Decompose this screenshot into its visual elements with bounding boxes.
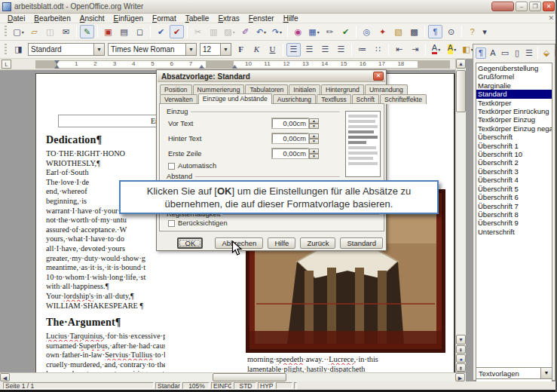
fill-format-button[interactable]: ⬙ — [541, 47, 552, 59]
status-item[interactable] — [276, 382, 292, 389]
toolbar-grip[interactable] — [5, 26, 7, 38]
item-erste-zeile[interactable]: Erste Zeile 0,00cm ▲▼ — [161, 149, 341, 158]
item-15[interactable]: 15 — [341, 60, 347, 67]
style-überschrift-4[interactable]: Überschrift 4 — [476, 176, 552, 184]
scroll-down-button[interactable]: ▼ — [456, 335, 466, 345]
menu-format[interactable]: Format — [148, 14, 181, 23]
format-paintbrush-button[interactable]: ✐ — [238, 25, 252, 38]
menu-fenster[interactable]: Fenster — [244, 14, 279, 23]
status-standard[interactable]: Standard — [155, 382, 181, 389]
tab-schrift[interactable]: Schrift — [352, 94, 379, 104]
bullet-list-button[interactable]: ∷ — [371, 43, 385, 57]
tab-hintergrund[interactable]: Hintergrund — [321, 84, 364, 94]
email-button[interactable]: ✉ — [59, 25, 73, 38]
item-18[interactable]: 18 — [397, 60, 403, 67]
scroll-left-button[interactable]: ◀ — [0, 373, 10, 381]
font-color-button[interactable]: A▾ — [429, 43, 443, 57]
help-button[interactable]: ? — [465, 25, 479, 38]
menu-extras[interactable]: Extras — [213, 14, 243, 23]
item-4[interactable]: 4 — [130, 60, 136, 67]
style-überschrift-6[interactable]: Überschrift 6 — [476, 193, 552, 201]
tab-textfluss[interactable]: Textfluss — [317, 94, 350, 104]
edit-file-button[interactable]: ✎ — [80, 25, 94, 38]
list-styles-button[interactable]: ☰ — [524, 47, 534, 59]
spin-field[interactable]: 0,00cm ▲▼ — [272, 118, 319, 128]
copy-button[interactable]: ▥ — [207, 25, 221, 38]
page-preview-button[interactable]: ◻ — [133, 25, 147, 38]
styles-panel-button[interactable]: ◨ — [11, 43, 26, 57]
page-styles-button[interactable]: ▯ — [512, 47, 522, 59]
item-13[interactable]: 13 — [302, 60, 308, 67]
scrollbar-thumb[interactable] — [456, 70, 466, 112]
style-überschrift-9[interactable]: Überschrift 9 — [476, 219, 552, 227]
status-std[interactable]: STD — [234, 382, 256, 389]
paste-button[interactable]: ▨▾ — [222, 25, 237, 38]
minimize-button[interactable]: – — [516, 2, 528, 11]
dialog-button-standard[interactable]: Standard — [340, 237, 383, 249]
styles-list[interactable]: GegenüberstellungGrußformelMarginalieSta… — [476, 63, 552, 387]
redo-button[interactable]: ↷▾ — [270, 25, 284, 38]
horizontal-scrollbar[interactable]: ◀ ▶ — [0, 372, 466, 381]
vertical-scrollbar[interactable]: ▲ ▼ ⇞ ● ⇟ — [455, 59, 466, 372]
hyperlink-button[interactable]: ◉ — [291, 25, 305, 38]
numbered-list-button[interactable]: ≔ — [355, 43, 369, 57]
scroll-right-button[interactable]: ▶ — [455, 373, 465, 381]
style-überschrift-1[interactable]: Überschrift 1 — [476, 142, 552, 150]
insert-table-button[interactable]: ▦▾ — [307, 25, 321, 38]
dialog-close-button[interactable]: ✕ — [373, 72, 384, 81]
style-filter-combo[interactable]: Textvorlagen ▼ — [476, 367, 552, 379]
previous-page-button[interactable]: ⇞ — [456, 345, 466, 354]
auto-spellcheck-button[interactable]: ✔ — [170, 25, 184, 38]
spinner-buttons[interactable]: ▲▼ — [309, 118, 319, 128]
style-überschrift-3[interactable]: Überschrift 3 — [476, 167, 552, 176]
autoformat-button[interactable]: ✔ — [338, 25, 353, 38]
next-page-button[interactable]: ⇟ — [456, 363, 466, 372]
item-vor-text[interactable]: Vor Text 0,00cm ▲▼ — [161, 118, 341, 128]
item-6[interactable]: 6 — [169, 60, 175, 67]
open-button[interactable]: ▱ — [27, 25, 41, 38]
item-14[interactable]: 14 — [321, 60, 327, 67]
dialog-button-zurück[interactable]: Zurück — [300, 237, 335, 249]
font-size-combo[interactable]: 12 ▼ — [200, 43, 231, 56]
chevron-down-icon[interactable]: ▼ — [220, 44, 231, 55]
tab-ausrichtung[interactable]: Ausrichtung — [273, 94, 316, 104]
find-replace-button[interactable]: ◎ — [360, 25, 374, 38]
restore-button[interactable]: ❐ — [529, 2, 541, 11]
tab-position[interactable]: Position — [160, 84, 192, 94]
italic-button[interactable]: K — [249, 43, 264, 57]
zoom-button[interactable]: ⊙ — [444, 25, 458, 38]
item-12[interactable]: 12 — [283, 60, 289, 67]
style-textkörper-einrückung[interactable]: Textkörper Einrückung — [476, 107, 552, 115]
spin-field[interactable]: 0,00cm ▲▼ — [272, 149, 319, 158]
checkbox[interactable] — [168, 220, 175, 227]
menu-einfügen[interactable]: Einfügen — [109, 14, 148, 23]
checkbox[interactable] — [168, 163, 175, 170]
toolbar-grip[interactable] — [5, 44, 7, 56]
item-11[interactable]: 11 — [264, 60, 270, 67]
navigation-button[interactable]: ● — [456, 354, 466, 363]
scroll-up-button[interactable]: ▲ — [456, 59, 466, 69]
spinner-buttons[interactable]: ▲▼ — [309, 133, 319, 143]
status-105[interactable]: 105% — [182, 382, 210, 389]
new-document-button[interactable]: ▢▾ — [11, 25, 26, 38]
style-gegenüberstellung[interactable]: Gegenüberstellung — [476, 64, 552, 72]
align-center-button[interactable]: ☰ — [302, 43, 317, 57]
dialog-button-ok[interactable]: OK — [177, 237, 203, 249]
tab-schrifteffekte[interactable]: Schrifteffekte — [380, 94, 427, 104]
status-hyp[interactable]: HYP — [258, 382, 274, 389]
style-überschrift-8[interactable]: Überschrift 8 — [476, 210, 552, 219]
align-left-button[interactable]: ☰ — [286, 43, 301, 57]
scrollbar-thumb[interactable] — [213, 373, 286, 381]
style-textkörper[interactable]: Textkörper — [476, 99, 552, 107]
tab-umrandung[interactable]: Umrandung — [365, 84, 408, 94]
print-button[interactable]: ▤ — [117, 25, 131, 38]
chevron-down-icon[interactable]: ▼ — [540, 368, 552, 378]
menu-hilfe[interactable]: Hilfe — [279, 14, 303, 23]
item-hinter-text[interactable]: Hinter Text 0,00cm ▲▼ — [161, 133, 341, 143]
item-3[interactable]: 3 — [112, 60, 118, 67]
chevron-down-icon[interactable]: ▼ — [93, 44, 104, 55]
toolbar-overflow-button[interactable]: ▾ — [481, 25, 488, 38]
item-10[interactable]: 10 — [245, 60, 251, 67]
tab-einzüge-und-abstände[interactable]: Einzüge und Abstände — [198, 93, 272, 104]
underline-button[interactable]: U — [265, 43, 280, 57]
